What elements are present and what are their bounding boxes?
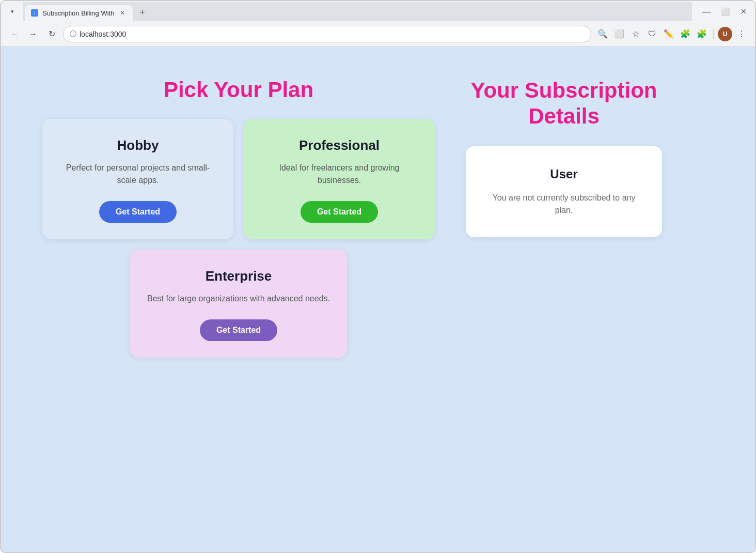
reload-button[interactable]: ↻: [44, 27, 59, 41]
enterprise-plan-description: Best for large organizations with advanc…: [147, 293, 330, 305]
active-tab[interactable]: i Subscription Billing With ✕: [25, 5, 133, 21]
forward-button[interactable]: →: [26, 27, 40, 41]
professional-plan-card: Professional Ideal for freelancers and g…: [244, 119, 435, 239]
enterprise-plan-name: Enterprise: [206, 268, 272, 284]
page-content: Pick Your Plan Hobby Perfect for persona…: [1, 47, 755, 552]
subscription-user-label: User: [484, 167, 643, 181]
url-text: localhost:3000: [80, 30, 126, 38]
browser-toolbar: ← → ↻ ⓘ localhost:3000 🔍 ⬜ ☆ 🛡 ✏️ 🧩 🧩 U …: [1, 22, 755, 47]
browser-frame: ▾ i Subscription Billing With ✕ + — ⬜ ✕ …: [0, 0, 756, 553]
enterprise-get-started-button[interactable]: Get Started: [200, 319, 277, 341]
hobby-plan-description: Perfect for personal projects and small-…: [57, 162, 219, 187]
hobby-get-started-button[interactable]: Get Started: [99, 201, 177, 223]
subscription-status-text: You are not currently subscribed to any …: [484, 192, 643, 217]
maximize-button[interactable]: ⬜: [718, 4, 732, 19]
tab-strip-dropdown[interactable]: ▾: [5, 4, 20, 19]
close-button[interactable]: ✕: [736, 4, 751, 19]
professional-plan-name: Professional: [299, 137, 380, 153]
enterprise-row: Enterprise Best for large organizations …: [42, 250, 435, 358]
new-tab-button[interactable]: +: [135, 5, 149, 20]
tab-title-text: Subscription Billing With: [42, 9, 114, 17]
professional-plan-description: Ideal for freelancers and growing busine…: [258, 162, 420, 187]
back-button[interactable]: ←: [7, 27, 22, 41]
zoom-button[interactable]: 🔍: [595, 27, 610, 41]
left-section: Pick Your Plan Hobby Perfect for persona…: [42, 78, 435, 358]
enterprise-plan-card: Enterprise Best for large organizations …: [130, 250, 347, 358]
hobby-plan-name: Hobby: [117, 137, 159, 153]
edit-button[interactable]: ✏️: [662, 27, 676, 41]
hobby-plan-card: Hobby Perfect for personal projects and …: [42, 119, 233, 239]
right-section: Your Subscription Details User You are n…: [466, 78, 662, 358]
shield-button[interactable]: 🛡: [645, 27, 659, 41]
address-bar[interactable]: ⓘ localhost:3000: [63, 26, 591, 42]
toolbar-actions: 🔍 ⬜ ☆ 🛡 ✏️ 🧩 🧩 U ⋮: [595, 27, 749, 41]
subscription-details-card: User You are not currently subscribed to…: [466, 146, 662, 237]
window-controls: ▾: [5, 4, 20, 19]
minimize-button[interactable]: —: [699, 4, 714, 19]
professional-get-started-button[interactable]: Get Started: [301, 201, 378, 223]
reading-list-button[interactable]: ⬜: [612, 27, 626, 41]
title-bar: ▾ i Subscription Billing With ✕ + — ⬜ ✕: [1, 1, 755, 22]
profile-avatar[interactable]: U: [718, 27, 732, 41]
main-layout: Pick Your Plan Hobby Perfect for persona…: [42, 78, 662, 358]
subscription-details-title: Your Subscription Details: [466, 78, 662, 130]
plans-grid: Hobby Perfect for personal projects and …: [42, 119, 435, 239]
pick-your-plan-title: Pick Your Plan: [42, 78, 435, 102]
toolbar-separator: [713, 29, 714, 39]
tab-close-button[interactable]: ✕: [118, 9, 127, 17]
menu-button[interactable]: ⋮: [734, 27, 749, 41]
extension-button[interactable]: 🧩: [678, 27, 692, 41]
bookmark-button[interactable]: ☆: [628, 27, 643, 41]
tab-bar: i Subscription Billing With ✕ +: [23, 2, 692, 21]
lock-icon: ⓘ: [70, 29, 76, 39]
puzzle-button[interactable]: 🧩: [695, 27, 709, 41]
tab-favicon: i: [31, 9, 38, 17]
